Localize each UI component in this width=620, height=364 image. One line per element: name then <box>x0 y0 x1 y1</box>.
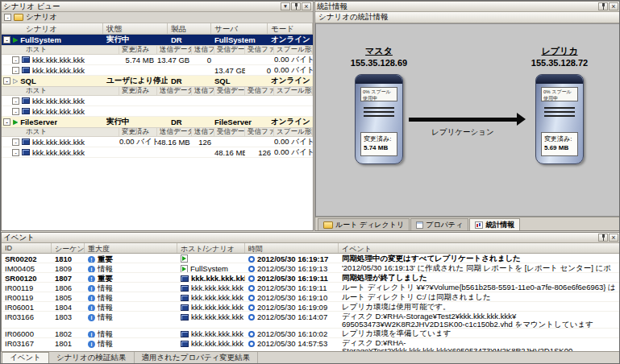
close-icon: × <box>611 3 615 10</box>
collapse-icon[interactable]: - <box>12 97 19 105</box>
host-row[interactable]: - kkk.kkk.kkk.kkk 0.00 バイト 48.16 MB 126 … <box>2 137 313 147</box>
col-host-scenario[interactable]: ホスト/シナリオ <box>177 243 245 253</box>
scenario-row-fileserver[interactable]: - ▶ FileServer 実行中 DR FileServer オンライン <box>2 117 313 127</box>
col-state[interactable]: 状態 <box>103 23 168 34</box>
event-text: レプリカ環境を準備しています <box>339 329 620 338</box>
scenario-row-sql[interactable]: - ▷ SQL ユーザにより停止 DR SQL オンライン <box>2 76 313 86</box>
pin-button[interactable] <box>598 2 608 10</box>
clock-icon <box>248 266 255 272</box>
event-row[interactable]: IR03166 1803 i情報 kkk.kkk.kkk.kkk 2012/05… <box>2 312 620 329</box>
col-mode[interactable]: モード <box>268 23 313 34</box>
close-button[interactable]: × <box>302 2 311 10</box>
scenario-tree-root[interactable]: - シナリオ <box>2 12 313 23</box>
col-severity[interactable]: 重大度 <box>85 243 177 253</box>
statistics-tab-strip: ルート ディレクトリ プロパティ 統計情報 <box>315 217 620 230</box>
subcol-spool: スプール形式 <box>274 128 313 136</box>
scenario-state: ユーザにより停止 <box>103 76 168 86</box>
event-severity: 情報 <box>98 303 113 312</box>
subcol-changed: 変更済み <box>119 87 157 95</box>
subcol-received-files: 受信ファイル <box>245 128 274 136</box>
subcol-sent-data: 送信データ <box>157 87 192 95</box>
tab-statistics[interactable]: 統計情報 <box>469 218 520 230</box>
collapse-icon[interactable]: - <box>12 67 19 74</box>
close-button[interactable]: × <box>609 2 618 10</box>
event-id: IR03167 <box>2 338 52 349</box>
event-seq: 1803 <box>52 312 85 322</box>
clock-icon <box>248 295 255 301</box>
event-row[interactable]: SR00120 1807 !重要 kkk.kkk.kkk.kkk 2012/05… <box>2 273 620 283</box>
host-row[interactable]: - kkk.kkk.kkk.kkk 48.16 MB 126 0.00 バイト <box>2 147 313 158</box>
scenario-name: FullSystem <box>20 35 61 44</box>
tab-scenario-validation-results[interactable]: シナリオの検証結果 <box>49 352 135 363</box>
collapse-icon[interactable]: - <box>3 118 10 126</box>
event-row[interactable]: IM00405 1809 i情報 FullSystem 2012/05/30 1… <box>2 263 620 273</box>
tab-events[interactable]: イベント <box>2 352 49 363</box>
event-host: kkk.kkk.kkk.kkk <box>191 339 243 348</box>
clock-icon <box>248 331 255 337</box>
folder-icon <box>14 14 23 21</box>
event-panel-title: イベント <box>3 233 597 243</box>
col-product[interactable]: 製品 <box>168 23 211 34</box>
statistics-panel-title: 統計情報 <box>317 2 597 12</box>
event-host: kkk.kkk.kkk.kkk <box>191 283 243 292</box>
host-row[interactable]: - kkk.kkk.kkk.kkk <box>2 96 313 106</box>
scenario-name: SQL <box>20 77 36 85</box>
collapse-icon[interactable]: - <box>12 139 19 146</box>
subcol-sent-data: 送信データ <box>157 46 192 54</box>
col-server[interactable]: サーバ <box>211 23 268 34</box>
host-row[interactable]: - kkk.kkk.kkk.kkk <box>2 106 313 117</box>
replica-changed-value: 5.69 MB <box>544 143 575 152</box>
host-row[interactable]: - kkk.kkk.kkk.kkk 5.74 MB 13.47 GB 0 0.0… <box>2 55 313 65</box>
col-scenario[interactable]: シナリオ <box>2 23 103 34</box>
important-icon: ! <box>88 256 95 263</box>
collapse-icon[interactable]: - <box>12 108 19 115</box>
server-cap <box>356 75 402 84</box>
pin-button[interactable] <box>598 234 608 242</box>
event-panel-titlebar[interactable]: イベント × <box>2 233 620 243</box>
event-row[interactable]: IR00119 1806 i情報 kkk.kkk.kkk.kkk 2012/05… <box>2 283 620 292</box>
event-seq: 1801 <box>52 338 85 349</box>
scenario-mode: オンライン <box>268 117 313 127</box>
scenario-row-fullsystem[interactable]: - ▶ FullSystem 実行中 DR FullSystem オンライン <box>2 35 313 45</box>
collapse-icon[interactable]: - <box>3 77 10 85</box>
info-icon: i <box>88 341 95 348</box>
col-event[interactable]: イベント <box>339 243 620 253</box>
collapse-icon[interactable]: - <box>4 14 11 21</box>
scenario-table-header: シナリオ 状態 製品 サーバ モード <box>2 23 313 35</box>
col-sequence[interactable]: シーケンス <box>52 243 85 253</box>
tab-properties[interactable]: プロパティ <box>410 218 468 230</box>
tab-applied-property-changes[interactable]: 適用されたプロパティ変更結果 <box>135 352 259 363</box>
scenario-mode: オンライン <box>268 35 313 45</box>
scenario-name: FileServer <box>20 118 57 126</box>
host-name: kkk.kkk.kkk.kkk <box>32 66 85 75</box>
event-row[interactable]: IR06000 1802 i情報 kkk.kkk.kkk.kkk 2012/05… <box>2 329 620 338</box>
scenario-product: DR <box>168 118 211 126</box>
panel-menu-button[interactable]: ▼ <box>281 2 290 10</box>
host-computer-icon <box>22 139 30 145</box>
replica-role-label: レプリカ <box>511 45 608 57</box>
collapse-icon[interactable]: - <box>12 56 19 64</box>
scenario-state: 実行中 <box>103 35 168 45</box>
event-row[interactable]: IR00119 1805 i情報 kkk.kkk.kkk.kkk 2012/05… <box>2 292 620 302</box>
host-changed: 0.00 バイト <box>119 137 157 147</box>
statistics-panel-titlebar[interactable]: 統計情報 × <box>315 2 620 12</box>
close-button[interactable]: × <box>609 234 618 242</box>
collapse-icon[interactable]: - <box>12 149 19 156</box>
host-subheader: ホスト 変更済み 送信データ 送信ファイル 受信データ 受信ファイル スプール形… <box>2 45 313 55</box>
event-row[interactable]: SR00202 1810 !重要 2012/05/30 16:19:17 同期処… <box>2 254 620 263</box>
event-seq: 1807 <box>52 273 85 283</box>
event-id: SR00120 <box>2 273 52 283</box>
col-id[interactable]: ID <box>2 243 52 253</box>
host-row[interactable]: - kkk.kkk.kkk.kkk 13.47 GB 0 0.00 バイト <box>2 65 313 76</box>
collapse-icon[interactable]: - <box>3 36 10 43</box>
tab-root-directories[interactable]: ルート ディレクトリ <box>318 218 410 230</box>
changed-label: 変更済み: <box>544 134 575 143</box>
host-subheader: ホスト 変更済み 送信データ 送信ファイル 受信データ 受信ファイル スプール形… <box>2 86 313 96</box>
subcol-received-data: 受信データ <box>214 46 245 54</box>
event-row[interactable]: IR06001 1804 i情報 kkk.kkk.kkk.kkk 2012/05… <box>2 302 620 312</box>
scenario-panel-titlebar[interactable]: シナリオ ビュー ▼ × <box>2 2 313 12</box>
col-time[interactable]: 時間 <box>245 243 339 253</box>
event-seq: 1802 <box>52 329 85 338</box>
event-seq: 1809 <box>52 263 85 273</box>
pin-button[interactable] <box>291 2 301 10</box>
